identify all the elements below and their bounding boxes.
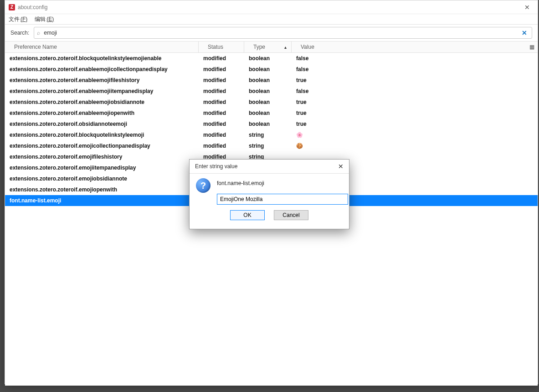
pref-row[interactable]: extensions.zotero.zoteroif.blockquotelin… (5, 53, 538, 64)
pref-status-cell: modified (199, 77, 244, 83)
pref-status-cell: modified (199, 143, 244, 149)
pref-row[interactable]: extensions.zotero.zoteroif.enableemojiit… (5, 86, 538, 97)
search-clear-button[interactable]: ✕ (520, 29, 529, 36)
menubar: 文件(F) 编辑(E) (5, 14, 538, 25)
pref-row[interactable]: extensions.zotero.zoteroif.enableemojiop… (5, 108, 538, 119)
search-label: Search: (10, 30, 29, 36)
pref-value-cell: true (292, 121, 538, 127)
col-status[interactable]: Status (199, 41, 244, 52)
pref-value-cell: 🍪 (292, 143, 538, 149)
enter-string-value-dialog: Enter string value ✕ ? font.name-list.em… (189, 159, 349, 229)
dialog-value-input[interactable] (217, 194, 348, 205)
pref-type-cell: boolean (244, 66, 292, 72)
pref-name-cell: font.name-list.emoji (5, 197, 199, 204)
pref-name-cell: extensions.zotero.zoteroif.blockquotelin… (5, 55, 199, 62)
menu-edit[interactable]: 编辑(E) (35, 15, 54, 23)
pref-value-cell: 🌸 (292, 132, 538, 138)
pref-type-cell: boolean (244, 77, 292, 83)
app-icon: Z (9, 4, 15, 10)
col-value[interactable]: Value (292, 41, 526, 52)
pref-row[interactable]: extensions.zotero.zoteroif.blockquotelin… (5, 129, 538, 140)
pref-status-cell: modified (199, 132, 244, 138)
pref-name-cell: extensions.zotero.zoteroif.enableemojifi… (5, 77, 199, 83)
pref-value-cell: true (292, 77, 538, 83)
pref-name-cell: extensions.zotero.zoteroif.emojifileshis… (5, 154, 199, 160)
pref-status-cell: modified (199, 55, 244, 62)
search-box: ⌕ ✕ (34, 27, 532, 39)
pref-value-cell: false (292, 66, 538, 72)
column-header: Preference Name Status Type ▴ Value ▦ (5, 41, 538, 53)
pref-status-cell: modified (199, 110, 244, 116)
pref-type-cell: boolean (244, 88, 292, 94)
dialog-body: ? font.name-list.emoji (190, 174, 349, 205)
dialog-titlebar: Enter string value ✕ (190, 160, 349, 174)
pref-name-cell: extensions.zotero.zoteroif.emojiopenwith (5, 186, 199, 193)
window-close-button[interactable]: ✕ (517, 0, 538, 14)
question-icon: ? (196, 178, 210, 193)
pref-status-cell: modified (199, 88, 244, 94)
ok-button[interactable]: OK (230, 210, 265, 220)
dialog-buttons: OK Cancel (190, 205, 349, 220)
search-row: Search: ⌕ ✕ (5, 25, 538, 41)
pref-type-cell: boolean (244, 121, 292, 127)
menu-edit-hotkey: (E) (46, 16, 54, 22)
pref-name-cell: extensions.zotero.zoteroif.enableemojiob… (5, 99, 199, 105)
titlebar: Z about:config ✕ (5, 0, 538, 14)
pref-type-cell: boolean (244, 99, 292, 105)
menu-edit-label: 编辑 (35, 16, 46, 22)
dialog-title: Enter string value (195, 163, 237, 170)
pref-status-cell: modified (199, 66, 244, 72)
pref-value-cell: true (292, 110, 538, 116)
sort-indicator-icon: ▴ (284, 45, 287, 50)
pref-type-cell: string (244, 132, 292, 138)
pref-name-cell: extensions.zotero.zoteroif.obsidiannotee… (5, 121, 199, 127)
pref-name-cell: extensions.zotero.zoteroif.enableemojico… (5, 66, 199, 72)
pref-row[interactable]: extensions.zotero.zoteroif.obsidiannotee… (5, 119, 538, 129)
col-type[interactable]: Type ▴ (244, 41, 292, 52)
menu-file-hotkey: (F) (21, 16, 27, 22)
pref-name-cell: extensions.zotero.zoteroif.emojiitempane… (5, 165, 199, 171)
pref-type-cell: boolean (244, 110, 292, 116)
pref-value-cell: true (292, 99, 538, 105)
pref-row[interactable]: extensions.zotero.zoteroif.enableemojico… (5, 64, 538, 75)
pref-name-cell: extensions.zotero.zoteroif.enableemojiit… (5, 88, 199, 94)
pref-status-cell: modified (199, 99, 244, 105)
menu-file-label: 文件 (9, 16, 20, 22)
window-title: about:config (18, 4, 47, 10)
dialog-close-button[interactable]: ✕ (336, 163, 345, 170)
pref-name-cell: extensions.zotero.zoteroif.enableemojiop… (5, 110, 199, 116)
pref-value-cell: false (292, 55, 538, 62)
pref-type-cell: boolean (244, 55, 292, 62)
col-preference-name[interactable]: Preference Name (5, 41, 199, 52)
column-picker-button[interactable]: ▦ (526, 44, 538, 50)
pref-name-cell: extensions.zotero.zoteroif.blockquotelin… (5, 132, 199, 138)
menu-file[interactable]: 文件(F) (9, 15, 27, 23)
dialog-pref-name: font.name-list.emoji (217, 178, 348, 186)
pref-row[interactable]: extensions.zotero.zoteroif.enableemojiob… (5, 97, 538, 108)
pref-name-cell: extensions.zotero.zoteroif.emojiobsidian… (5, 175, 199, 182)
pref-name-cell: extensions.zotero.zoteroif.emojicollecti… (5, 143, 199, 149)
pref-row[interactable]: extensions.zotero.zoteroif.enableemojifi… (5, 75, 538, 86)
cancel-button[interactable]: Cancel (274, 210, 308, 220)
search-icon: ⌕ (37, 30, 40, 36)
pref-type-cell: string (244, 143, 292, 149)
pref-row[interactable]: extensions.zotero.zoteroif.emojicollecti… (5, 140, 538, 151)
search-input[interactable] (43, 29, 520, 36)
pref-status-cell: modified (199, 121, 244, 127)
pref-value-cell: false (292, 88, 538, 94)
